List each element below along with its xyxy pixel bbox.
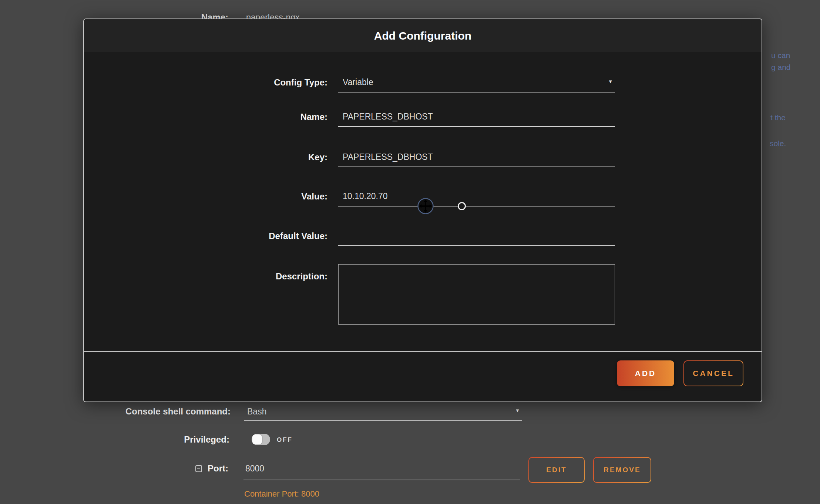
config-type-label: Config Type: — [158, 77, 327, 88]
dialog-header: Add Configuration — [84, 19, 762, 52]
console-shell-underline — [244, 420, 522, 421]
container-port-subtext: Container Port: 8000 — [244, 489, 319, 499]
remove-button-label: REMOVE — [594, 458, 651, 482]
footer-divider — [84, 351, 762, 352]
move-cursor-icon — [417, 198, 434, 215]
add-button-label: ADD — [635, 369, 656, 378]
edit-button[interactable]: EDIT — [528, 457, 585, 483]
help-fragment: g and — [771, 63, 791, 72]
chevron-down-icon[interactable]: ▼ — [515, 408, 520, 413]
description-label: Description: — [158, 271, 327, 282]
drop-target-ring-icon — [458, 202, 466, 210]
key-input[interactable] — [338, 152, 615, 167]
cancel-button[interactable]: CANCEL — [683, 360, 743, 386]
privileged-label: Privileged: — [111, 434, 229, 445]
value-label: Value: — [158, 191, 327, 202]
config-type-select[interactable]: Variable ▼ — [338, 77, 615, 93]
toggle-knob — [252, 434, 262, 444]
help-fragment: u can — [771, 51, 790, 60]
cancel-button-label: CANCEL — [684, 361, 743, 386]
help-fragment: t the — [770, 113, 786, 122]
console-shell-value[interactable]: Bash — [247, 407, 266, 417]
privileged-toggle[interactable] — [252, 434, 270, 445]
name-label: Name: — [158, 112, 327, 122]
help-fragment: sole. — [770, 139, 786, 148]
config-type-value: Variable — [343, 77, 373, 87]
default-value-label: Default Value: — [158, 231, 327, 241]
add-button[interactable]: ADD — [617, 360, 674, 386]
port-value[interactable]: 8000 — [245, 464, 264, 474]
remove-button[interactable]: REMOVE — [593, 457, 651, 483]
privileged-state: OFF — [277, 436, 293, 444]
edit-button-label: EDIT — [529, 458, 584, 482]
value-input[interactable] — [338, 191, 615, 206]
description-textarea[interactable] — [338, 264, 615, 325]
dialog-title: Add Configuration — [84, 30, 762, 42]
chevron-down-icon: ▼ — [608, 79, 613, 84]
port-underline — [243, 480, 520, 480]
console-shell-label: Console shell command: — [93, 406, 231, 417]
key-label: Key: — [158, 152, 327, 162]
screen: Name: paperless-ngx u can g and t the so… — [0, 0, 820, 504]
name-input[interactable] — [338, 112, 615, 127]
port-label: Port: — [148, 463, 228, 474]
default-value-input[interactable] — [338, 231, 615, 246]
